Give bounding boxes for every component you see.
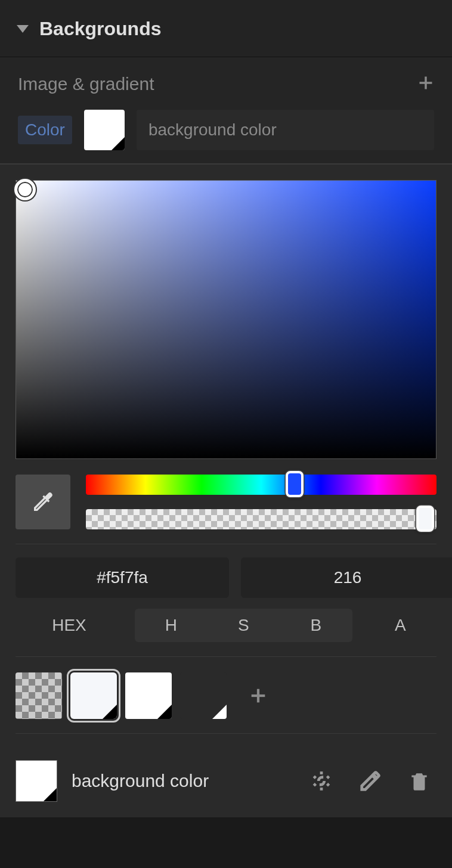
svg-line-9	[327, 776, 329, 778]
image-gradient-label: Image & gradient	[18, 74, 154, 94]
trash-icon	[408, 770, 431, 792]
value-row	[16, 557, 436, 598]
style-entry-row: background color	[16, 760, 436, 802]
hsb-mode-toggle[interactable]: H S B	[135, 609, 352, 642]
pencil-icon	[359, 770, 382, 792]
swatch-3[interactable]	[180, 672, 227, 719]
color-row: Color background color	[0, 110, 452, 163]
edit-button[interactable]	[353, 764, 388, 798]
s-label: S	[208, 609, 280, 642]
style-name-label[interactable]: background color	[72, 771, 290, 791]
swatch-2[interactable]	[125, 672, 172, 719]
style-swatch[interactable]	[16, 760, 57, 802]
swatch-transparent[interactable]	[16, 672, 62, 719]
delete-button[interactable]	[402, 764, 436, 798]
divider	[16, 733, 436, 734]
b-label: B	[280, 609, 352, 642]
chevron-down-icon	[17, 25, 29, 33]
eyedropper-icon	[31, 490, 55, 514]
eyedropper-button[interactable]	[16, 475, 70, 529]
alpha-slider-thumb[interactable]	[416, 506, 434, 532]
image-gradient-row: Image & gradient	[0, 57, 452, 110]
hue-slider-thumb[interactable]	[286, 471, 304, 497]
color-name-input[interactable]: background color	[137, 110, 434, 150]
hue-input[interactable]	[241, 557, 452, 598]
color-picker-panel: HEX H S B A background color	[0, 163, 452, 817]
unlink-button[interactable]	[304, 764, 339, 798]
svg-line-6	[314, 776, 315, 778]
section-title: Backgrounds	[39, 18, 161, 40]
color-label[interactable]: Color	[18, 116, 72, 144]
saturation-brightness-cursor[interactable]	[14, 179, 36, 200]
saturation-brightness-field[interactable]	[16, 180, 436, 459]
plus-icon	[248, 686, 268, 706]
hue-slider[interactable]	[86, 475, 436, 495]
alpha-slider[interactable]	[86, 509, 436, 529]
svg-line-7	[327, 784, 329, 786]
slider-stack	[86, 475, 436, 529]
plus-icon	[417, 75, 434, 91]
value-label-row: HEX H S B A	[16, 609, 436, 642]
divider	[16, 656, 436, 657]
swatch-1[interactable]	[70, 672, 117, 719]
hex-label: HEX	[16, 609, 123, 642]
unlink-icon	[310, 770, 333, 792]
hex-input[interactable]	[16, 557, 229, 598]
add-swatch-button[interactable]	[235, 672, 281, 719]
swatch-row	[16, 672, 436, 719]
divider	[16, 544, 436, 544]
sliders-row	[16, 475, 436, 529]
a-label: A	[364, 609, 437, 642]
h-label: H	[135, 609, 208, 642]
add-image-gradient-button[interactable]	[417, 75, 434, 94]
section-header[interactable]: Backgrounds	[0, 0, 452, 57]
svg-line-8	[314, 784, 315, 786]
color-swatch-preview[interactable]	[84, 110, 125, 150]
